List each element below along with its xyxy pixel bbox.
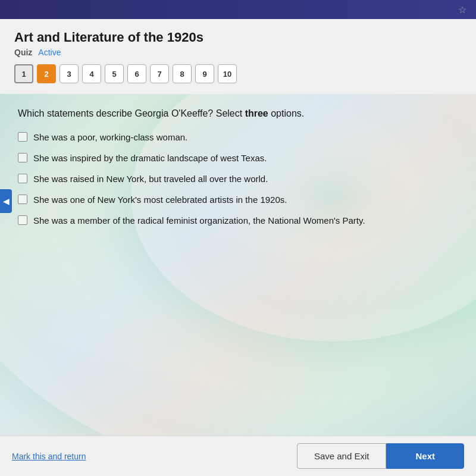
option-5[interactable]: She was a member of the radical feminist… [18,214,458,227]
option-1[interactable]: She was a poor, working-class woman. [18,131,458,143]
option-2[interactable]: She was inspired by the dramatic landsca… [18,152,458,164]
nav-question-7[interactable]: 7 [150,64,169,83]
option-text-2: She was inspired by the dramatic landsca… [33,152,267,164]
nav-question-9[interactable]: 9 [195,64,214,83]
nav-question-10[interactable]: 10 [218,64,237,83]
question-bold: three [245,108,268,118]
checkbox-1[interactable] [18,132,27,142]
footer-buttons: Save and Exit Next [297,443,464,469]
checkbox-3[interactable] [18,174,27,183]
next-button[interactable]: Next [386,443,464,469]
option-3[interactable]: She was raised in New York, but traveled… [18,173,458,185]
options-list: She was a poor, working-class woman. She… [18,131,458,227]
nav-question-8[interactable]: 8 [173,64,192,83]
option-text-4: She was one of New York's most celebrate… [33,193,287,206]
nav-question-2[interactable]: 2 [37,64,56,83]
question-area: ◀ Which statements describe Georgia O'Ke… [0,94,476,436]
question-text: Which statements describe Georgia O'Keef… [18,108,458,119]
checkbox-4[interactable] [18,195,27,204]
status-badge: Active [38,48,61,57]
nav-question-4[interactable]: 4 [82,64,101,83]
quiz-label: Quiz [14,48,32,57]
left-nav-arrow[interactable]: ◀ [0,189,12,213]
option-text-1: She was a poor, working-class woman. [33,131,187,143]
page-title: Art and Literature of the 1920s [14,30,462,45]
save-exit-button[interactable]: Save and Exit [297,443,387,469]
mark-return-button[interactable]: Mark this and return [12,452,86,461]
nav-question-5[interactable]: 5 [105,64,124,83]
checkbox-2[interactable] [18,153,27,162]
option-4[interactable]: She was one of New York's most celebrate… [18,193,458,206]
question-prefix: Which statements describe Georgia O'Keef… [18,108,245,118]
nav-question-3[interactable]: 3 [60,64,79,83]
question-suffix: options. [268,108,304,118]
star-icon: ☆ [458,4,466,15]
footer: Mark this and return Save and Exit Next [0,436,476,476]
option-text-3: She was raised in New York, but traveled… [33,173,268,185]
nav-question-1[interactable]: 1 [14,64,33,83]
nav-question-6[interactable]: 6 [127,64,146,83]
option-text-5: She was a member of the radical feminist… [33,214,365,227]
question-navigation: 1 2 3 4 5 6 7 8 9 10 [14,64,462,88]
checkbox-5[interactable] [18,215,27,225]
